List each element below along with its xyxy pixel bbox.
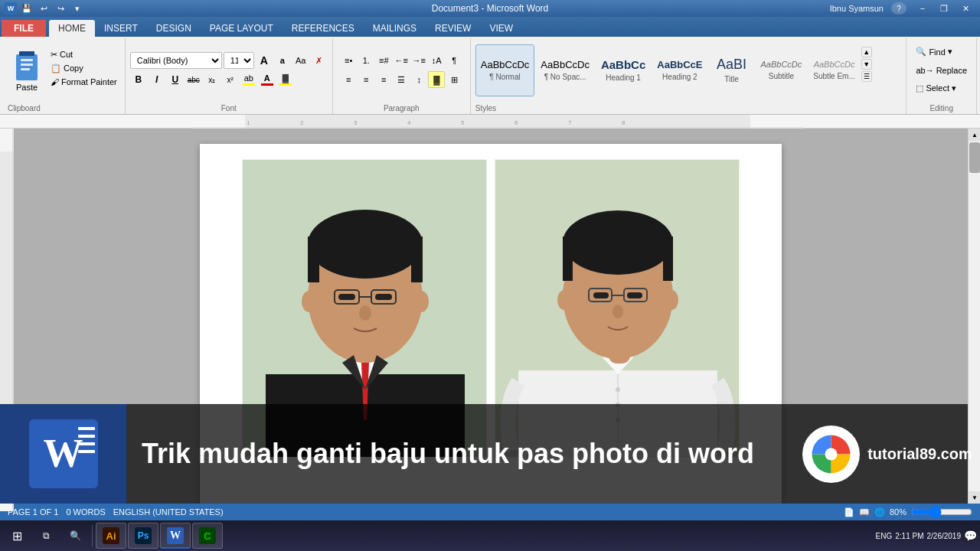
tab-file[interactable]: FILE [2, 20, 46, 37]
cut-button[interactable]: ✂ Cut [47, 48, 120, 61]
change-case-btn[interactable]: Aa [292, 52, 309, 69]
minimize-btn[interactable]: − [913, 2, 933, 15]
svg-text:3: 3 [354, 119, 358, 126]
format-painter-icon: 🖌 [51, 77, 59, 86]
view-web-icon[interactable]: 🌐 [874, 507, 885, 517]
style-title[interactable]: AaBI Title [709, 44, 755, 96]
tab-home[interactable]: HOME [49, 20, 95, 37]
borders-btn[interactable]: ⊞ [446, 71, 462, 88]
strikethrough-button[interactable]: abc [185, 71, 202, 88]
tutorial-site: tutorial89.com [867, 445, 972, 463]
tab-review[interactable]: REVIEW [426, 20, 480, 37]
shading-para-btn[interactable]: ▓ [428, 71, 445, 88]
style-subtitle[interactable]: AaBbCcDc Subtitle [756, 44, 808, 96]
quick-dropdown-btn[interactable]: ▾ [70, 2, 84, 15]
copy-button[interactable]: 📋 Copy [47, 62, 120, 75]
restore-btn[interactable]: ❐ [934, 2, 954, 15]
quick-save-btn[interactable]: 💾 [20, 2, 34, 15]
bullets-btn[interactable]: ≡• [340, 52, 357, 69]
styles-label: Styles [475, 104, 496, 112]
svg-rect-28 [308, 236, 319, 282]
text-highlight-btn[interactable]: ab [240, 71, 257, 88]
status-right: 📄 📖 🌐 80% [844, 507, 972, 517]
tab-insert[interactable]: INSERT [95, 20, 147, 37]
svg-point-27 [308, 210, 423, 279]
styles-scroll-up[interactable]: ▲ [861, 47, 872, 57]
svg-text:5: 5 [461, 119, 465, 126]
view-read-icon[interactable]: 📖 [859, 507, 870, 517]
format-painter-button[interactable]: 🖌 Format Painter [47, 76, 120, 88]
subscript-btn[interactable]: x₂ [204, 71, 220, 88]
select-button[interactable]: ⬚ Select ▾ [911, 80, 972, 97]
clear-format-btn[interactable]: ✗ [311, 52, 328, 69]
font-color-btn[interactable]: A [259, 71, 276, 88]
align-right-btn[interactable]: ≡ [375, 71, 392, 88]
tab-page-layout[interactable]: PAGE LAYOUT [201, 20, 283, 37]
svg-point-58 [612, 305, 623, 318]
decrease-indent-btn[interactable]: ←≡ [393, 52, 410, 69]
font-size-select[interactable]: 11 [224, 52, 254, 69]
tab-references[interactable]: REFERENCES [283, 20, 364, 37]
zoom-level: 80% [890, 507, 906, 517]
italic-button[interactable]: I [149, 71, 165, 88]
styles-scroll-down[interactable]: ▼ [861, 59, 872, 70]
line-spacing-btn[interactable]: ↕ [410, 71, 427, 88]
superscript-btn[interactable]: x² [222, 71, 239, 88]
banner-logo-bg: W [0, 404, 126, 504]
taskbar-app-green[interactable]: C [192, 523, 223, 549]
sort-btn[interactable]: ↕A [428, 52, 445, 69]
quick-redo-btn[interactable]: ↪ [54, 2, 67, 15]
search-btn[interactable]: 🔍 [61, 523, 89, 549]
editing-label: Editing [929, 104, 953, 112]
shading-btn[interactable]: ▓ [277, 71, 294, 88]
start-button[interactable]: ⊞ [3, 523, 31, 549]
align-left-btn[interactable]: ≡ [340, 71, 357, 88]
align-center-btn[interactable]: ≡ [358, 71, 374, 88]
replace-button[interactable]: ab→ Replace [911, 62, 972, 79]
tab-design[interactable]: DESIGN [147, 20, 201, 37]
multilevel-btn[interactable]: ≡# [375, 52, 392, 69]
scroll-down-btn[interactable]: ▼ [969, 491, 980, 504]
bold-button[interactable]: B [130, 71, 147, 88]
style-heading1[interactable]: AaBbCc Heading 1 [596, 44, 651, 96]
font-name-select[interactable]: Calibri (Body) [130, 52, 222, 69]
underline-button[interactable]: U [167, 71, 184, 88]
show-marks-btn[interactable]: ¶ [446, 52, 462, 69]
task-view-btn[interactable]: ⧉ [32, 523, 60, 549]
style-subtitle-preview: AaBbCcDc [761, 60, 802, 70]
style-heading2[interactable]: AaBbCcE Heading 2 [652, 44, 707, 96]
numbering-btn[interactable]: 1. [358, 52, 374, 69]
styles-expand-btn[interactable]: ☰ [861, 71, 872, 82]
justify-btn[interactable]: ☰ [393, 71, 410, 88]
help-btn[interactable]: ? [891, 2, 906, 15]
style-no-spacing[interactable]: AaBbCcDc ¶ No Spac... [535, 44, 595, 96]
notification-btn[interactable]: 💬 [964, 530, 977, 542]
scroll-thumb[interactable] [969, 142, 980, 173]
find-button[interactable]: 🔍 Find ▾ [911, 44, 972, 60]
increase-indent-btn[interactable]: →≡ [410, 52, 427, 69]
style-title-preview: AaBI [717, 57, 746, 73]
paste-button[interactable]: Paste [8, 45, 46, 97]
style-normal[interactable]: AaBbCcDc ¶ Normal [475, 44, 535, 96]
quick-undo-btn[interactable]: ↩ [37, 2, 51, 15]
taskbar-illustrator[interactable]: Ai [96, 523, 126, 549]
style-subtle-em[interactable]: AaBbCcDc Subtle Em... [808, 44, 860, 96]
scroll-up-btn[interactable]: ▲ [969, 129, 980, 141]
svg-rect-29 [411, 236, 423, 282]
tab-mailings[interactable]: MAILINGS [364, 20, 426, 37]
view-print-icon[interactable]: 📄 [844, 507, 854, 517]
copy-icon: 📋 [51, 64, 61, 73]
taskbar-word[interactable]: W [160, 523, 191, 549]
tab-view[interactable]: VIEW [480, 20, 522, 37]
font-grow-btn[interactable]: A [256, 52, 273, 69]
paste-icon [12, 51, 41, 83]
zoom-slider[interactable] [911, 507, 972, 517]
taskbar-photoshop[interactable]: Ps [128, 523, 158, 549]
language-indicator: ENGLISH (UNITED STATES) [113, 507, 224, 517]
taskbar-sep1 [92, 525, 93, 546]
horizontal-ruler: 1 2 3 4 5 6 7 8 [0, 115, 980, 129]
window-title: Document3 - Microsoft Word [432, 3, 549, 14]
close-btn[interactable]: ✕ [956, 2, 975, 15]
font-shrink-btn[interactable]: a [274, 52, 291, 69]
svg-rect-30 [338, 294, 355, 300]
